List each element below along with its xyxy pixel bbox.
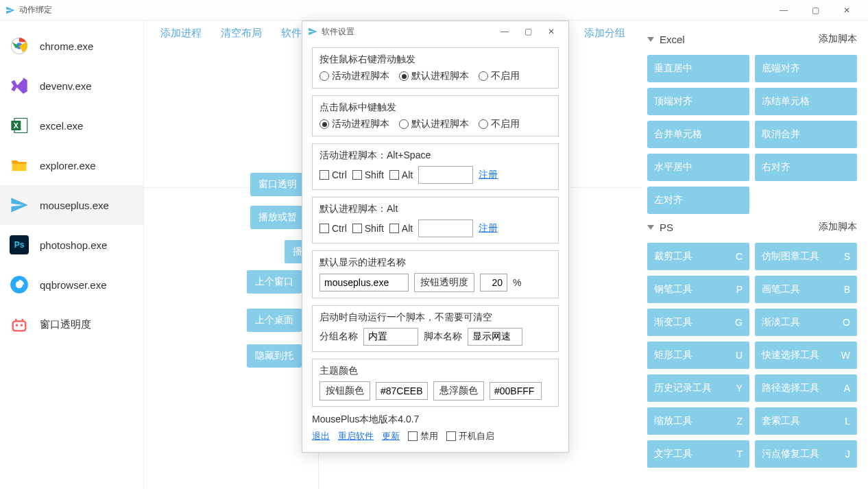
script-PS-13[interactable]: 污点修复工具J: [755, 440, 857, 468]
dialog-minimize-button[interactable]: —: [493, 21, 516, 42]
add-script-link[interactable]: 添加脚本: [819, 221, 857, 233]
tab-2[interactable]: 软件: [281, 27, 302, 40]
minimize-button[interactable]: —: [768, 0, 799, 21]
script-label: 矩形工具: [654, 349, 692, 361]
active-script-section: 活动进程脚本：Alt+Space Ctrl Shift Alt 注册: [312, 143, 559, 190]
btn-color-input[interactable]: [376, 382, 428, 400]
script-hotkey: Z: [736, 416, 743, 427]
action-button-5[interactable]: 隐藏到托: [247, 344, 302, 368]
tab-0[interactable]: 添加进程: [160, 27, 202, 40]
default-shift-checkbox[interactable]: Shift: [352, 223, 384, 234]
process-label: chrome.exe: [40, 40, 93, 52]
script-label: 渐淡工具: [762, 316, 800, 329]
proc-name-input[interactable]: [320, 274, 409, 291]
script-PS-11[interactable]: 套索工具L: [755, 407, 857, 435]
script-PS-6[interactable]: 矩形工具U: [647, 342, 749, 369]
script-PS-10[interactable]: 缩放工具Z: [647, 407, 749, 435]
action-button-3[interactable]: 上个窗口: [247, 270, 302, 294]
process-item-mouseplus-exe[interactable]: mouseplus.exe: [0, 185, 143, 225]
process-item-photoshop-exe[interactable]: Psphotoshop.exe: [0, 225, 143, 265]
active-shift-checkbox[interactable]: Shift: [352, 169, 384, 180]
action-button-4[interactable]: 上个桌面: [247, 309, 302, 332]
tab-1[interactable]: 清空布局: [221, 27, 262, 40]
opacity-input[interactable]: [480, 274, 507, 291]
default-alt-checkbox[interactable]: Alt: [389, 223, 413, 234]
mmb-radios-opt-2[interactable]: 不启用: [479, 118, 520, 130]
process-label: excel.exe: [40, 120, 83, 132]
script-Excel-7[interactable]: 右对齐: [755, 154, 857, 181]
script-Excel-4[interactable]: 合并单元格: [647, 121, 749, 148]
script-PS-4[interactable]: 渐变工具G: [647, 309, 749, 336]
chevron-down-icon[interactable]: [647, 37, 654, 42]
default-hotkey-input[interactable]: [418, 219, 473, 237]
script-PS-1[interactable]: 仿制图章工具S: [755, 243, 857, 270]
mmb-radios-opt-1[interactable]: 默认进程脚本: [399, 118, 469, 130]
script-label: 取消合并: [762, 128, 800, 141]
default-ctrl-checkbox[interactable]: Ctrl: [320, 223, 347, 234]
script-PS-3[interactable]: 画笔工具B: [755, 276, 857, 303]
script-hotkey: S: [844, 251, 850, 262]
script-hotkey: G: [735, 317, 743, 328]
script-label: 路径选择工具: [762, 382, 819, 394]
rmb-radios-opt-0[interactable]: 活动进程脚本: [320, 70, 389, 82]
script-Excel-0[interactable]: 垂直居中: [647, 55, 749, 82]
hover-color-input[interactable]: [490, 382, 542, 400]
script-PS-9[interactable]: 路径选择工具A: [755, 374, 857, 402]
script-PS-2[interactable]: 钢笔工具P: [647, 276, 749, 303]
active-alt-checkbox[interactable]: Alt: [389, 169, 413, 180]
svg-rect-8: [13, 321, 26, 331]
disable-checkbox[interactable]: 禁用: [408, 430, 438, 442]
update-link[interactable]: 更新: [382, 430, 400, 442]
exit-link[interactable]: 退出: [312, 430, 330, 442]
script-PS-8[interactable]: 历史记录工具Y: [647, 374, 749, 402]
dialog-close-button[interactable]: ✕: [540, 21, 563, 42]
action-button-1[interactable]: 播放或暂: [250, 206, 305, 229]
script-PS-7[interactable]: 快速选择工具W: [755, 342, 857, 369]
rmb-title: 按住鼠标右键滑动触发: [320, 53, 551, 66]
script-Excel-8[interactable]: 左对齐: [647, 187, 749, 214]
script-PS-5[interactable]: 渐淡工具O: [755, 309, 857, 336]
process-item-qqbrowser-exe[interactable]: qqbrowser.exe: [0, 265, 143, 305]
script-PS-12[interactable]: 文字工具T: [647, 440, 749, 468]
tab-7[interactable]: 添加分组: [584, 27, 625, 40]
process-label: qqbrowser.exe: [40, 279, 107, 291]
process-item-chrome-exe[interactable]: chrome.exe: [0, 26, 143, 66]
script-Excel-1[interactable]: 底端对齐: [755, 55, 857, 82]
script-Excel-6[interactable]: 水平居中: [647, 154, 749, 181]
close-button[interactable]: ✕: [831, 0, 863, 21]
default-register-link[interactable]: 注册: [479, 222, 498, 235]
dialog-maximize-button[interactable]: ▢: [516, 21, 540, 42]
process-item-窗口透明度[interactable]: 窗口透明度: [0, 305, 143, 344]
active-register-link[interactable]: 注册: [479, 169, 498, 181]
active-hotkey-input[interactable]: [418, 166, 473, 184]
active-ctrl-checkbox[interactable]: Ctrl: [320, 169, 347, 180]
script-hotkey: A: [844, 383, 850, 394]
script-Excel-3[interactable]: 冻结单元格: [755, 88, 857, 115]
script-Excel-2[interactable]: 顶端对齐: [647, 88, 749, 115]
script-PS-0[interactable]: 裁剪工具C: [647, 243, 749, 270]
mmb-radios-opt-0[interactable]: 活动进程脚本: [320, 118, 389, 130]
chevron-down-icon[interactable]: [647, 225, 654, 230]
rmb-radios-opt-2[interactable]: 不启用: [479, 70, 520, 82]
startup-checkbox[interactable]: 开机自启: [446, 430, 494, 442]
group-name: PS: [660, 222, 819, 233]
add-script-link[interactable]: 添加脚本: [819, 33, 857, 45]
script-label: 水平居中: [654, 161, 692, 174]
maximize-button[interactable]: ▢: [799, 0, 831, 21]
script-hotkey: B: [844, 284, 850, 295]
process-item-explorer-exe[interactable]: explorer.exe: [0, 145, 143, 185]
autorun-group-input[interactable]: [363, 328, 418, 346]
script-Excel-5[interactable]: 取消合并: [755, 121, 857, 148]
opacity-label: 按钮透明度: [414, 273, 474, 292]
action-button-0[interactable]: 窗口透明: [250, 173, 305, 196]
script-hotkey: T: [736, 449, 743, 460]
script-panel: Excel添加脚本垂直居中底端对齐顶端对齐冻结单元格合并单元格取消合并水平居中右…: [642, 21, 868, 489]
autorun-script-input[interactable]: [468, 328, 522, 346]
restart-link[interactable]: 重启软件: [338, 430, 374, 442]
process-item-excel-exe[interactable]: Xexcel.exe: [0, 106, 143, 145]
script-label: 画笔工具: [762, 283, 800, 296]
rmb-radios-opt-1[interactable]: 默认进程脚本: [399, 70, 469, 82]
script-hotkey: P: [736, 284, 743, 295]
process-item-devenv-exe[interactable]: devenv.exe: [0, 66, 143, 106]
app-icon: [5, 5, 15, 15]
